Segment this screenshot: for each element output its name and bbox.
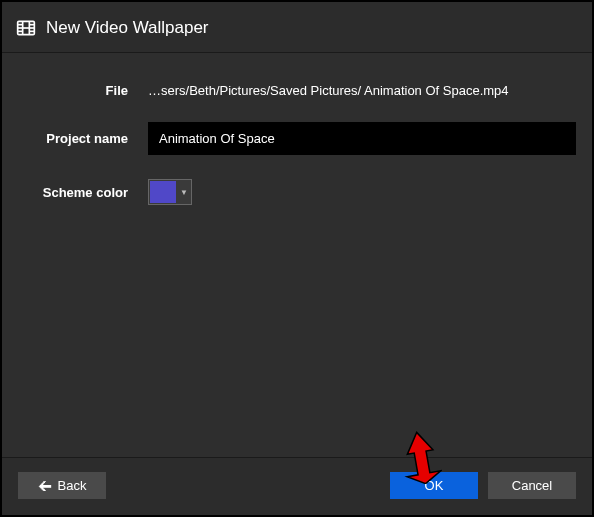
file-path-value: …sers/Beth/Pictures/Saved Pictures/ Anim… (148, 83, 509, 98)
scheme-color-row: Scheme color ▼ (18, 179, 576, 205)
back-button[interactable]: 🡨 Back (18, 472, 106, 499)
chevron-down-icon: ▼ (177, 180, 191, 204)
dialog-title: New Video Wallpaper (46, 18, 209, 38)
video-icon (16, 18, 36, 38)
file-label: File (18, 83, 148, 98)
cancel-button[interactable]: Cancel (488, 472, 576, 499)
scheme-color-label: Scheme color (18, 185, 148, 200)
dialog-content: File …sers/Beth/Pictures/Saved Pictures/… (2, 53, 592, 457)
project-name-row: Project name (18, 122, 576, 155)
file-row: File …sers/Beth/Pictures/Saved Pictures/… (18, 83, 576, 98)
project-name-input[interactable] (148, 122, 576, 155)
dialog-footer: 🡨 Back OK Cancel (2, 457, 592, 515)
back-button-label: Back (58, 478, 87, 493)
cancel-button-label: Cancel (512, 478, 552, 493)
dialog-header: New Video Wallpaper (2, 2, 592, 53)
arrow-left-icon: 🡨 (38, 478, 52, 494)
ok-button-label: OK (425, 478, 444, 493)
ok-button[interactable]: OK (390, 472, 478, 499)
scheme-color-picker[interactable]: ▼ (148, 179, 192, 205)
project-name-label: Project name (18, 131, 148, 146)
new-video-wallpaper-dialog: New Video Wallpaper File …sers/Beth/Pict… (0, 0, 594, 517)
color-swatch (150, 181, 176, 203)
